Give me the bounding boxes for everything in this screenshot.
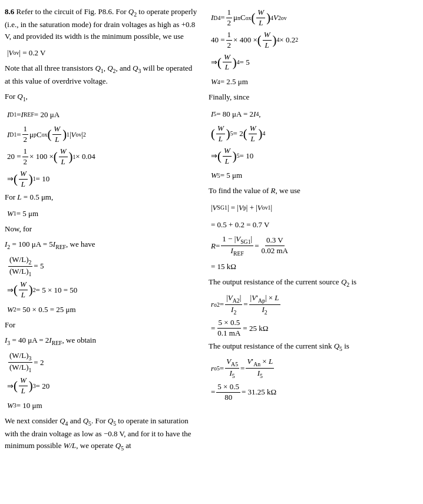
wl1-result: ⇒ ( WL )1 = 10 [7,169,199,190]
note-text: Note that all three transistors Q1, Q2, … [5,62,199,87]
r-formula: R = 1 − |VSG1| IREF = 0.3 V 0.02 mA [211,234,417,258]
i5-equation: I5 = 80 μA = 2 I4, [211,107,417,122]
problem-statement: 8.6 Refer to the circuit of Fig. P8.6. F… [5,6,199,42]
wl5-result: ⇒ ( WL )5 = 10 [211,146,417,167]
for-q1-label: For Q1, [5,91,199,104]
w2-value: W2 = 50 × 0.5 = 25 μm [7,302,199,317]
id1-formula: ID1 = 12 μpCox ( WL )1 |Vov|2 [7,124,199,145]
id1-iref-eq: ID1 = IREF = 20 μA [7,107,199,122]
w5-value: W5 = 5 μm [211,168,417,183]
ro5-formula: ro5 = VA5 I5 = V′An × L I5 [211,357,417,380]
vov-equation: |Vov| = 0.2 V [7,45,199,61]
vsg1-eq1: |VSG1| = |Vp| + |Vov1| [211,200,417,215]
wl4-result: ⇒ ( WL )4 = 5 [211,52,417,73]
ro2-label: The output resistance of the current sou… [209,276,417,289]
id4-formula: ID4 = 12 μnCox ( WL )4 V2ov [211,8,417,28]
page-container: 8.6 Refer to the circuit of Fig. P8.6. F… [0,0,423,462]
finally-label: Finally, since [209,91,417,103]
ro5-label: The output resistance of the current sin… [209,340,417,353]
wl3-result: ⇒ ( WL )3 = 20 [7,376,199,396]
id1-numbers: 20 = 12 × 100 × ( WL )1 × 0.04 [7,147,199,167]
r-value: = 15 kΩ [211,259,417,274]
wl5-wl4-eq: ( WL )5 = 2 ( WL )4 [211,124,417,144]
id4-numbers: 40 = 12 × 400 × ( WL )4 × 0.22 [211,30,417,51]
i2-equation: I2 = 100 μA = 5IREF, we have [5,238,199,251]
right-column: ID4 = 12 μnCox ( WL )4 V2ov 40 = 12 × 40… [205,6,417,456]
i3-equation: I3 = 40 μA = 2IREF, we obtain [5,334,199,347]
now-for-label: Now, for [5,223,199,235]
w1-value: W1 = 5 μm [7,206,199,221]
vsg1-eq2: = 0.5 + 0.2 = 0.7 V [211,217,417,233]
for-label: For [5,319,199,331]
ro5-value: = 5 × 0.5 80 = 31.25 kΩ [211,382,417,403]
w4-value: W4 = 2.5 μm [211,74,417,89]
wl2-result: ⇒ ( WL )2 = 5 × 10 = 50 [7,280,199,300]
w3-value: W3 = 10 μm [7,398,199,413]
for-l-label: For L = 0.5 μm, [5,191,199,203]
ro2-formula: ro2 = |VA2| I2 = |V′Ap| × L I2 [211,293,417,317]
next-consider: We next consider Q4 and Q5. For Q5 to op… [5,415,199,453]
wl2-ratio: (W/L)2 (W/L)1 = 5 [7,255,199,278]
wl3-ratio: (W/L)3 (W/L)1 = 2 [7,351,199,374]
problem-number: 8.6 [5,7,14,16]
find-r-label: To find the value of R, we use [209,185,417,197]
ro2-value: = 5 × 0.5 0.1 mA = 25 kΩ [211,318,417,339]
left-column: 8.6 Refer to the circuit of Fig. P8.6. F… [5,6,205,456]
